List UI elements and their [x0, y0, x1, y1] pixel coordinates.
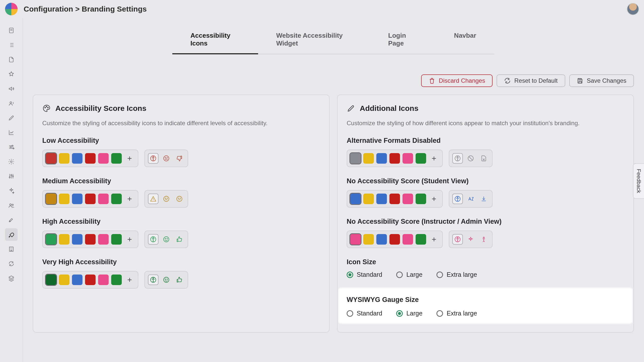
swatch-yellow[interactable] [363, 234, 374, 245]
icon-option-2[interactable] [478, 153, 489, 164]
swatch-yellow[interactable] [59, 153, 69, 164]
swatch-green[interactable] [111, 234, 122, 245]
swatch-selected[interactable] [350, 234, 361, 245]
icon-option-2[interactable] [478, 234, 489, 245]
swatch-pink[interactable] [98, 234, 109, 245]
sidebar-item-file[interactable] [5, 53, 18, 66]
radio-extra-large[interactable]: Extra large [436, 271, 477, 278]
swatch-red[interactable] [85, 153, 96, 164]
add-color-button[interactable]: + [429, 234, 439, 245]
swatch-selected[interactable] [350, 153, 361, 164]
reset-button[interactable]: Reset to Default [497, 74, 565, 87]
radio-extra-large[interactable]: Extra large [436, 310, 477, 317]
sidebar-item-paint[interactable] [5, 228, 18, 241]
swatch-pink[interactable] [403, 153, 413, 164]
save-button[interactable]: Save Changes [569, 74, 634, 87]
add-color-button[interactable]: + [124, 234, 135, 245]
icon-option-0[interactable] [148, 275, 158, 285]
swatch-red[interactable] [85, 194, 96, 204]
sidebar-item-user-voice[interactable] [5, 97, 18, 110]
sidebar-item-linechart[interactable] [5, 126, 18, 139]
feedback-tab[interactable]: Feedback [633, 163, 644, 199]
radio-standard[interactable]: Standard [347, 310, 382, 317]
icon-option-1[interactable] [465, 194, 476, 204]
swatch-green[interactable] [416, 234, 426, 245]
icon-option-2[interactable] [174, 275, 185, 285]
add-color-button[interactable]: + [429, 153, 439, 164]
tab-accessibility-icons[interactable]: Accessibility Icons [172, 26, 258, 54]
icon-option-1[interactable] [161, 153, 172, 164]
icon-option-0[interactable] [452, 194, 463, 204]
icon-option-2[interactable] [174, 153, 185, 164]
swatch-selected[interactable] [46, 275, 56, 285]
swatch-pink[interactable] [98, 275, 109, 285]
add-color-button[interactable]: + [124, 194, 135, 204]
swatch-pink[interactable] [403, 234, 413, 245]
icon-option-0[interactable] [452, 153, 463, 164]
radio-large[interactable]: Large [396, 271, 422, 278]
icon-option-1[interactable] [465, 234, 476, 245]
tab-login-page[interactable]: Login Page [370, 26, 436, 54]
swatch-selected[interactable] [350, 194, 361, 204]
swatch-selected[interactable] [46, 153, 56, 164]
sidebar-item-building[interactable] [5, 243, 18, 255]
icon-option-0[interactable] [148, 194, 158, 204]
discard-button[interactable]: Discard Changes [421, 74, 493, 87]
swatch-green[interactable] [111, 275, 122, 285]
icon-option-2[interactable] [478, 194, 489, 204]
swatch-blue[interactable] [376, 234, 387, 245]
swatch-red[interactable] [85, 275, 96, 285]
swatch-blue[interactable] [72, 234, 83, 245]
radio-large[interactable]: Large [396, 310, 422, 317]
icon-option-2[interactable] [174, 194, 185, 204]
sidebar-item-tune[interactable] [5, 170, 18, 183]
icon-option-0[interactable] [148, 153, 158, 164]
swatch-blue[interactable] [72, 194, 83, 204]
swatch-selected[interactable] [46, 194, 56, 204]
sidebar-item-refresh[interactable] [5, 257, 18, 270]
swatch-yellow[interactable] [363, 194, 374, 204]
radio-standard[interactable]: Standard [347, 271, 382, 278]
icon-option-1[interactable] [465, 153, 476, 164]
sidebar-item-page[interactable] [5, 24, 18, 37]
sidebar-item-rocket[interactable] [5, 214, 18, 226]
swatch-yellow[interactable] [363, 153, 374, 164]
swatch-blue[interactable] [376, 194, 387, 204]
icon-option-1[interactable] [161, 194, 172, 204]
swatch-green[interactable] [416, 194, 426, 204]
tab-navbar[interactable]: Navbar [436, 26, 494, 54]
sidebar-item-volume[interactable] [5, 82, 18, 95]
swatch-selected[interactable] [46, 234, 56, 245]
swatch-red[interactable] [389, 234, 400, 245]
swatch-red[interactable] [85, 234, 96, 245]
swatch-pink[interactable] [98, 194, 109, 204]
sidebar-item-layers[interactable] [5, 272, 18, 285]
icon-option-1[interactable] [161, 234, 172, 245]
sidebar-item-sliders[interactable] [5, 141, 18, 153]
swatch-pink[interactable] [98, 153, 109, 164]
swatch-pink[interactable] [403, 194, 413, 204]
swatch-blue[interactable] [72, 275, 83, 285]
add-color-button[interactable]: + [429, 194, 439, 204]
sidebar-item-list[interactable] [5, 39, 18, 51]
swatch-yellow[interactable] [59, 275, 69, 285]
tab-website-accessibility-widget[interactable]: Website Accessibility Widget [258, 26, 370, 54]
icon-option-2[interactable] [174, 234, 185, 245]
icon-option-1[interactable] [161, 275, 172, 285]
swatch-green[interactable] [111, 153, 122, 164]
swatch-green[interactable] [111, 194, 122, 204]
add-color-button[interactable]: + [124, 153, 135, 164]
icon-option-0[interactable] [148, 234, 158, 245]
swatch-blue[interactable] [376, 153, 387, 164]
sidebar-item-sparkle[interactable] [5, 185, 18, 197]
add-color-button[interactable]: + [124, 275, 135, 285]
swatch-yellow[interactable] [59, 234, 69, 245]
icon-option-0[interactable] [452, 234, 463, 245]
sidebar-item-group[interactable] [5, 199, 18, 212]
sidebar-item-star[interactable] [5, 68, 18, 80]
swatch-red[interactable] [389, 194, 400, 204]
swatch-blue[interactable] [72, 153, 83, 164]
sidebar-item-gear[interactable] [5, 155, 18, 168]
sidebar-item-pen[interactable] [5, 112, 18, 124]
avatar[interactable] [627, 3, 639, 15]
